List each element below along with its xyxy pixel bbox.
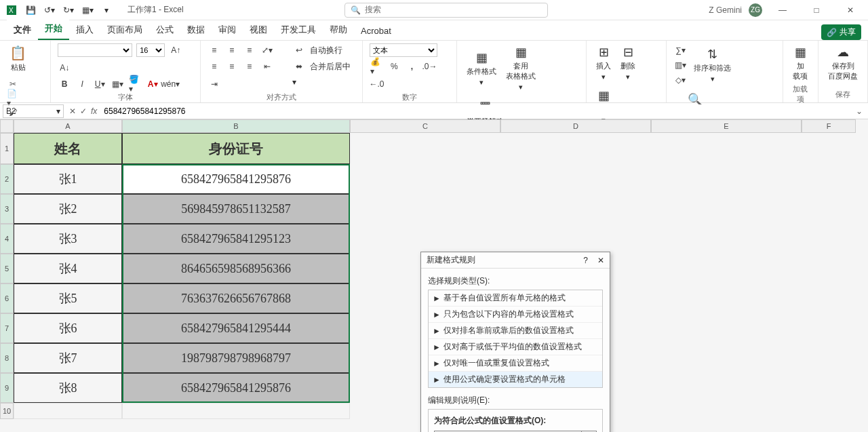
paste-button[interactable]: 📋 粘贴	[7, 43, 29, 74]
enter-fx-icon[interactable]: ✓	[80, 106, 87, 116]
grow-font-icon[interactable]: A↑	[169, 43, 182, 57]
rule-type-list[interactable]: ► 基于各自值设置所有单元格的格式 ► 只为包含以下内容的单元格设置格式 ► 仅…	[428, 290, 603, 388]
percent-icon[interactable]: %	[387, 60, 401, 73]
rule-option-0[interactable]: ► 基于各自值设置所有单元格的格式	[429, 290, 602, 307]
conditional-format-button[interactable]: ▦条件格式▾	[464, 49, 499, 88]
rule-option-1[interactable]: ► 只为包含以下内容的单元格设置格式	[429, 307, 602, 323]
font-size-select[interactable]: 16	[136, 43, 165, 57]
maximize-icon[interactable]: □	[803, 1, 830, 20]
tab-view[interactable]: 视图	[243, 20, 274, 40]
save-cloud-button[interactable]: ☁保存到 百度网盘	[825, 43, 861, 83]
row-header[interactable]: 3	[0, 194, 14, 224]
fx-icon[interactable]: fx	[91, 106, 97, 116]
font-family-select[interactable]	[58, 43, 132, 57]
qat-table-icon[interactable]: ▦▾	[80, 3, 95, 18]
cell-name[interactable]: 张5	[14, 283, 122, 313]
underline-icon[interactable]: U▾	[93, 77, 106, 91]
cell-id[interactable]: 658427965841295123	[122, 224, 350, 254]
insert-cells-button[interactable]: ⊞插入▾	[593, 43, 614, 83]
copy-icon[interactable]: 📄▾	[7, 92, 19, 104]
redo-icon[interactable]: ↻▾	[61, 3, 76, 18]
wrap-icon[interactable]: ↩	[292, 43, 306, 57]
save-icon[interactable]: 💾	[23, 3, 38, 18]
tab-insert[interactable]: 插入	[69, 20, 100, 40]
user-name[interactable]: Z Gemini	[709, 5, 742, 15]
align-left-icon[interactable]: ≡	[208, 60, 221, 73]
dec-dec-icon[interactable]: ←.0	[370, 77, 383, 91]
cell-id[interactable]: 763637626656767868	[122, 283, 350, 313]
col-header-c[interactable]: C	[350, 119, 500, 133]
bold-icon[interactable]: B	[58, 77, 71, 91]
sort-filter-button[interactable]: ⇅排序和筛选▾	[691, 45, 734, 85]
tab-layout[interactable]: 页面布局	[100, 20, 149, 40]
col-header-a[interactable]: A	[14, 119, 122, 133]
cell-header-id[interactable]: 身份证号	[122, 133, 350, 164]
cell-id[interactable]: 864656598568956366	[122, 254, 350, 283]
tab-dev[interactable]: 开发工具	[274, 20, 323, 40]
col-header-d[interactable]: D	[500, 119, 651, 133]
fx-expand-icon[interactable]: ⌄	[850, 106, 868, 116]
phonetic-icon[interactable]: wén▾	[163, 77, 177, 91]
rule-option-3[interactable]: ► 仅对高于或低于平均值的数值设置格式	[429, 339, 602, 355]
row-header[interactable]: 7	[0, 313, 14, 343]
cell-header-name[interactable]: 姓名	[14, 133, 122, 164]
rule-option-5[interactable]: ► 使用公式确定要设置格式的单元格	[429, 372, 602, 387]
sum-icon[interactable]: ∑▾	[673, 43, 687, 57]
table-format-button[interactable]: ▦套用 表格格式▾	[503, 43, 538, 93]
fill-color-icon[interactable]: 🪣▾	[128, 77, 142, 91]
cell-name[interactable]: 张6	[14, 313, 122, 343]
align-bot-icon[interactable]: ≡	[243, 43, 256, 57]
fill-icon[interactable]: ▥▾	[673, 58, 687, 72]
border-icon[interactable]: ▦▾	[111, 77, 124, 91]
currency-icon[interactable]: 💰▾	[370, 60, 383, 73]
close-icon[interactable]: ✕	[837, 1, 864, 20]
merge-icon[interactable]: ⬌	[292, 60, 306, 73]
row-header[interactable]: 6	[0, 283, 14, 313]
cell-name[interactable]: 张8	[14, 373, 122, 403]
indent-dec-icon[interactable]: ⇤	[260, 60, 274, 73]
align-right-icon[interactable]: ≡	[243, 60, 256, 73]
tab-help[interactable]: 帮助	[323, 20, 354, 40]
clear-icon[interactable]: ◇▾	[673, 73, 687, 87]
select-all-corner[interactable]	[0, 119, 14, 133]
row-header[interactable]: 4	[0, 224, 14, 254]
rule-option-4[interactable]: ► 仅对唯一值或重复值设置格式	[429, 355, 602, 372]
avatar[interactable]: ZG	[749, 3, 762, 17]
dialog-help-icon[interactable]: ?	[583, 256, 588, 265]
cell-id[interactable]: 569845978651132587	[122, 194, 350, 224]
cell-name[interactable]: 张7	[14, 343, 122, 373]
dialog-close-icon[interactable]: ✕	[597, 256, 604, 265]
rule-option-2[interactable]: ► 仅对排名靠前或靠后的数值设置格式	[429, 323, 602, 339]
search-box[interactable]: 🔍 搜索	[344, 3, 548, 18]
cell-name[interactable]: 张4	[14, 254, 122, 283]
col-header-e[interactable]: E	[651, 119, 802, 133]
worksheet[interactable]: A B C D E F 12345678910 姓名身份证号张165842796…	[0, 119, 868, 432]
name-box[interactable]: B2▾	[3, 104, 64, 118]
minimize-icon[interactable]: —	[769, 1, 796, 20]
cell-name[interactable]: 张1	[14, 164, 122, 194]
undo-icon[interactable]: ↺▾	[42, 3, 57, 18]
row-header[interactable]: 8	[0, 343, 14, 373]
col-header-b[interactable]: B	[122, 119, 350, 133]
row-header[interactable]: 9	[0, 373, 14, 403]
formula-input[interactable]	[100, 104, 850, 118]
row-header[interactable]: 5	[0, 254, 14, 283]
qat-more-icon[interactable]: ▾	[99, 3, 114, 18]
inc-dec-icon[interactable]: .0→	[422, 60, 436, 73]
cell-id[interactable]: 658427965841295876	[122, 164, 350, 194]
comma-icon[interactable]: ,	[405, 60, 418, 73]
number-format-select[interactable]: 文本	[370, 43, 437, 57]
tab-formulas[interactable]: 公式	[149, 20, 180, 40]
row-header[interactable]: 10	[0, 403, 14, 419]
cancel-fx-icon[interactable]: ✕	[69, 106, 76, 116]
delete-cells-button[interactable]: ⊟删除▾	[618, 43, 638, 83]
align-center-icon[interactable]: ≡	[225, 60, 239, 73]
col-header-f[interactable]: F	[802, 119, 856, 133]
italic-icon[interactable]: I	[75, 77, 89, 91]
tab-acrobat[interactable]: Acrobat	[354, 22, 398, 40]
tab-home[interactable]: 开始	[38, 18, 69, 40]
addins-button[interactable]: ▦加 载项	[790, 43, 811, 83]
align-mid-icon[interactable]: ≡	[225, 43, 239, 57]
tab-data[interactable]: 数据	[180, 20, 212, 40]
name-box-dd-icon[interactable]: ▾	[56, 106, 60, 116]
